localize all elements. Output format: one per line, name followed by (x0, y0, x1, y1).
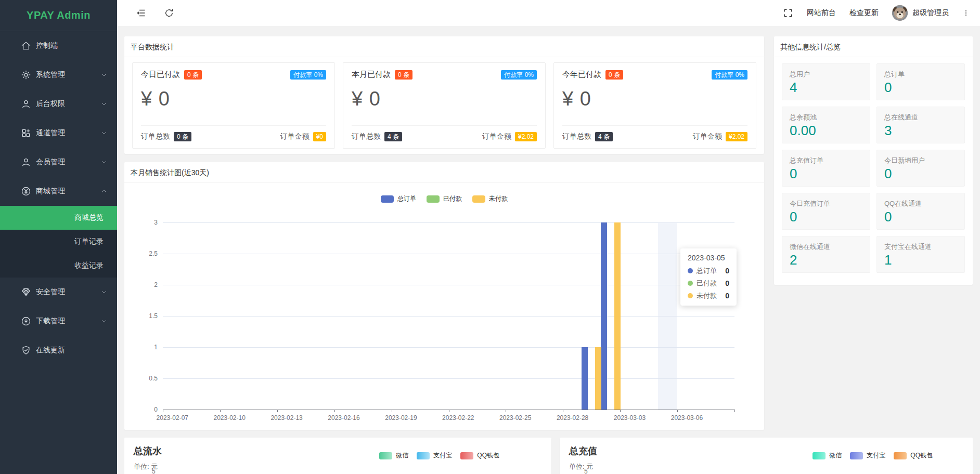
legend-item-微信[interactable]: 微信 (379, 451, 408, 460)
sidebar-item-3[interactable]: 后台权限 (0, 89, 117, 118)
legend-item-总订单[interactable]: 总订单 (381, 194, 416, 203)
sidebar-item-label: 通道管理 (36, 128, 100, 138)
sidebar-subitem[interactable]: 收益记录 (0, 254, 117, 278)
legend-item-支付宝[interactable]: 支付宝 (417, 451, 452, 460)
content: 平台数据统计 今日已付款0 条付款率 0%¥ 0订单总数0 条订单金额¥0本月已… (117, 26, 980, 474)
legend-item-微信[interactable]: 微信 (813, 451, 842, 460)
user-menu[interactable]: 超级管理员 (892, 5, 949, 21)
sidebar-item-2[interactable]: 系统管理 (0, 60, 117, 89)
legend-item-未付款[interactable]: 未付款 (472, 194, 508, 203)
bar-总订单[interactable] (582, 347, 588, 410)
sidebar-item-8[interactable]: 下载管理 (0, 307, 117, 336)
legend-item-支付宝[interactable]: 支付宝 (850, 451, 885, 460)
stat-card-header: 本月已付款0 条付款率 0% (352, 70, 537, 80)
legend-swatch (460, 452, 473, 459)
gridline (163, 254, 734, 254)
sidebar-item-1[interactable]: 控制端 (0, 31, 117, 60)
fullscreen-icon[interactable] (783, 8, 793, 18)
tooltip-series-name: 已付款 (697, 279, 717, 288)
info-box-value: 0 (884, 209, 957, 225)
order-total-label: 订单总数 (562, 132, 591, 141)
order-amount-badge: ¥2.02 (726, 132, 747, 141)
legend-item-已付款[interactable]: 已付款 (427, 194, 462, 203)
info-box: 总在线通道3 (876, 107, 965, 143)
x-axis-label: 2023-02-19 (380, 414, 422, 422)
sidebar-submenu: 商城总览订单记录收益记录 (0, 206, 117, 278)
info-box-value: 0 (884, 166, 957, 181)
x-axis-label: 2023-02-25 (495, 414, 536, 422)
x-axis-label: 2023-03-03 (609, 414, 651, 422)
user-icon (21, 157, 31, 167)
sidebar-item-7[interactable]: 安全管理 (0, 278, 117, 307)
info-box-label: 总余额池 (790, 113, 862, 122)
order-amount-badge: ¥2.02 (515, 132, 537, 141)
sidebar-item-label: 安全管理 (36, 287, 100, 297)
tooltip-series-value: 0 (725, 267, 729, 275)
info-box-label: 总在线通道 (884, 113, 957, 122)
info-box-value: 0.00 (790, 123, 862, 138)
legend-item-QQ钱包[interactable]: QQ钱包 (460, 451, 499, 460)
tooltip-series-value: 0 (725, 279, 729, 287)
info-box-label: 总用户 (790, 70, 862, 79)
y-axis-label: 3 (137, 219, 158, 226)
check-update-link[interactable]: 检查更新 (849, 8, 879, 18)
sidebar-item-label: 在线更新 (36, 346, 108, 355)
legend-swatch (379, 452, 392, 459)
collapse-menu-icon[interactable] (136, 8, 146, 18)
sidebar-item-5[interactable]: 会员管理 (0, 148, 117, 177)
x-axis-tick (163, 410, 163, 412)
info-box: 微信在线通道2 (782, 236, 870, 273)
stat-card-1: 今日已付款0 条付款率 0%¥ 0订单总数0 条订单金额¥0 (132, 62, 335, 149)
order-amount-group: 订单金额¥2.02 (482, 132, 537, 141)
sidebar-subitem[interactable]: 商城总览 (0, 206, 117, 230)
platform-stats-title: 平台数据统计 (124, 36, 764, 57)
bar-未付款[interactable] (614, 222, 621, 410)
chevron-down-icon (100, 318, 108, 325)
stat-card-title: 今年已付款 (562, 70, 601, 80)
series-dot (688, 268, 693, 273)
info-box: 总用户4 (782, 63, 870, 100)
sidebar-item-6[interactable]: 商城管理 (0, 177, 117, 206)
sidebar-subitem[interactable]: 订单记录 (0, 230, 117, 254)
order-total-badge: 0 条 (174, 132, 191, 141)
site-front-link[interactable]: 网站前台 (807, 8, 836, 18)
bar-总订单[interactable] (601, 222, 607, 410)
total-flow-ytick: 5 (152, 468, 156, 474)
info-box-label: 支付宝在线通道 (884, 242, 957, 252)
info-box-label: 总订单 (884, 70, 957, 79)
info-box: 总余额池0.00 (782, 107, 870, 143)
tooltip-series-value: 0 (725, 292, 729, 300)
x-axis-tick (392, 410, 392, 412)
username: 超级管理员 (912, 8, 949, 18)
stat-cards-row: 今日已付款0 条付款率 0%¥ 0订单总数0 条订单金额¥0本月已付款0 条付款… (124, 57, 764, 154)
pay-rate-badge: 付款率 0% (290, 70, 326, 80)
user-icon (21, 99, 31, 109)
total-flow-card: 总流水 单位: 元 微信支付宝QQ钱包 5 (124, 438, 551, 474)
stat-card-footer: 订单总数4 条订单金额¥2.02 (562, 125, 747, 141)
sidebar-item-4[interactable]: 通道管理 (0, 118, 117, 148)
download-icon (21, 316, 31, 326)
order-amount-label: 订单金额 (482, 132, 511, 141)
gridline (163, 285, 734, 285)
avatar (892, 5, 908, 21)
order-amount-badge: ¥0 (313, 132, 326, 141)
stat-card-footer: 订单总数0 条订单金额¥0 (141, 125, 326, 141)
sidebar-item-label: 后台权限 (36, 99, 100, 109)
kebab-menu-icon[interactable] (962, 8, 970, 18)
total-recharge-card: 总充值 单位: 元 微信支付宝QQ钱包 5 (560, 438, 973, 474)
x-axis-tick (220, 410, 221, 412)
info-box-value: 4 (790, 80, 862, 95)
order-total-group: 订单总数4 条 (562, 132, 613, 141)
stat-card-footer: 订单总数4 条订单金额¥2.02 (352, 125, 537, 141)
legend-item-QQ钱包[interactable]: QQ钱包 (894, 451, 933, 460)
stat-card-header: 今年已付款0 条付款率 0% (562, 70, 747, 80)
order-total-badge: 4 条 (384, 132, 402, 141)
stat-card-3: 今年已付款0 条付款率 0%¥ 0订单总数4 条订单金额¥2.02 (553, 62, 756, 149)
refresh-icon[interactable] (164, 8, 174, 18)
y-axis-label: 1.5 (137, 312, 158, 320)
chevron-down-icon (100, 71, 108, 78)
sidebar-item-9[interactable]: 在线更新 (0, 336, 117, 365)
sidebar-item-label: 系统管理 (36, 70, 100, 80)
info-box: 支付宝在线通道1 (876, 236, 965, 273)
bar-未付款[interactable] (595, 347, 601, 410)
